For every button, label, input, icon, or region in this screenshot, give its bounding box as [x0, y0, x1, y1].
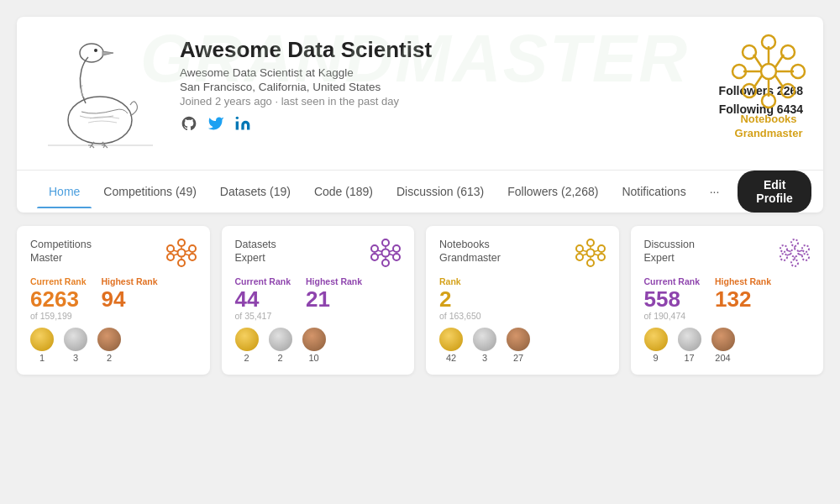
gold-medal: 9 [644, 328, 668, 363]
profile-location: San Francisco, California, United States [180, 81, 702, 93]
svg-point-66 [802, 245, 809, 252]
nav-home[interactable]: Home [37, 175, 92, 208]
svg-line-34 [185, 255, 189, 256]
svg-point-38 [382, 260, 389, 266]
svg-line-75 [799, 250, 803, 252]
page-wrapper: GRANDMASTER [0, 0, 840, 391]
svg-point-54 [576, 254, 583, 260]
svg-line-61 [582, 255, 586, 256]
nav-more[interactable]: ··· [698, 175, 732, 208]
silver-medal-circle [269, 328, 292, 351]
bronze-count: 2 [107, 353, 112, 363]
highest-rank-value: 132 [715, 288, 771, 310]
bronze-count: 10 [308, 353, 318, 363]
edit-profile-button[interactable]: Edit Profile [738, 171, 811, 213]
rank-cards-row: CompetitionsMaster [17, 226, 823, 375]
svg-point-65 [780, 245, 787, 252]
svg-point-30 [177, 249, 185, 257]
rank-value: 2 [439, 288, 451, 310]
ranks-row: Current Rank 6263 of 159,199 Highest Ran… [30, 276, 197, 321]
medals-row: 1 3 2 [30, 328, 197, 363]
gold-count: 42 [446, 353, 456, 363]
svg-point-50 [587, 239, 594, 246]
svg-line-59 [582, 250, 586, 252]
highest-rank-col: Highest Rank 132 [715, 276, 771, 321]
nav-followers[interactable]: Followers (2,268) [496, 175, 610, 208]
silver-medal-circle [473, 328, 496, 351]
profile-tagline: Awesome Data Scientist at Kaggle [180, 66, 702, 79]
gold-medal-circle [644, 328, 668, 351]
bronze-count: 27 [513, 353, 523, 363]
svg-point-19 [743, 45, 756, 59]
single-rank: Rank 2 of 163,650 [439, 276, 606, 321]
current-rank-value: 558 [644, 288, 701, 310]
svg-point-27 [189, 245, 196, 252]
github-icon[interactable] [180, 114, 198, 133]
svg-point-43 [382, 249, 390, 257]
nav-competitions[interactable]: Competitions (49) [92, 175, 208, 208]
svg-point-67 [780, 254, 787, 260]
bronze-medal: 27 [507, 328, 530, 363]
svg-line-72 [787, 250, 791, 252]
card-header: DiscussionExpert [644, 238, 811, 268]
svg-point-3 [94, 49, 97, 52]
svg-point-6 [236, 117, 239, 119]
nav-datasets[interactable]: Datasets (19) [208, 175, 302, 208]
profile-top: Awesome Data Scientist Awesome Data Scie… [37, 34, 803, 170]
bronze-medal: 2 [97, 328, 121, 363]
silver-medal: 2 [269, 328, 292, 363]
datasets-icon [370, 238, 401, 268]
linkedin-icon[interactable] [234, 114, 252, 133]
card-title: DiscussionExpert [644, 238, 695, 265]
svg-line-49 [390, 250, 394, 252]
card-title: DatasetsExpert [235, 238, 276, 265]
current-rank-col: Current Rank 558 of 190,474 [644, 276, 701, 321]
profile-nav: Home Competitions (49) Datasets (19) Cod… [17, 170, 823, 213]
silver-medal: 3 [64, 328, 87, 363]
notebooks-card: NotebooksGrandmaster [426, 226, 619, 375]
ranks-row: Current Rank 558 of 190,474 Highest Rank… [644, 276, 811, 321]
highest-rank-value: 94 [102, 288, 158, 310]
discussion-icon [780, 238, 810, 268]
profile-joined: Joined 2 years ago · last seen in the pa… [180, 95, 702, 108]
gold-medal: 42 [439, 328, 463, 363]
twitter-icon[interactable] [207, 114, 225, 133]
profile-card: GRANDMASTER [17, 17, 823, 213]
medals-row: 2 2 10 [235, 328, 402, 363]
nav-code[interactable]: Code (189) [302, 175, 385, 208]
card-title: CompetitionsMaster [30, 238, 92, 265]
svg-line-60 [594, 255, 598, 256]
svg-line-36 [185, 250, 189, 252]
rank-of: of 159,199 [30, 311, 87, 321]
silver-medal: 17 [678, 328, 701, 363]
current-rank-col: Current Rank 6263 of 159,199 [30, 276, 87, 321]
svg-line-74 [787, 255, 791, 256]
svg-line-46 [378, 250, 382, 252]
card-header: NotebooksGrandmaster [439, 238, 606, 268]
bronze-medal-circle [507, 328, 530, 351]
avatar-image [37, 34, 163, 160]
competitions-icon [166, 238, 197, 268]
highest-rank-col: Highest Rank 21 [306, 276, 362, 321]
svg-line-73 [799, 255, 803, 256]
svg-point-56 [586, 249, 594, 257]
svg-point-1 [68, 97, 132, 144]
bronze-medal-circle [302, 328, 326, 351]
social-icons [180, 114, 702, 133]
silver-count: 3 [73, 353, 78, 363]
notebooks-icon [575, 238, 606, 268]
svg-point-2 [80, 44, 103, 62]
nav-discussion[interactable]: Discussion (613) [385, 175, 496, 208]
rank-of: of 190,474 [644, 311, 701, 321]
svg-line-33 [173, 250, 177, 252]
current-rank-value: 6263 [30, 288, 87, 310]
svg-point-41 [371, 254, 378, 260]
nav-notifications[interactable]: Notifications [610, 175, 697, 208]
svg-point-42 [393, 254, 400, 260]
silver-medal-circle [678, 328, 701, 351]
ranks-row: Current Rank 44 of 35,417 Highest Rank 2… [235, 276, 402, 321]
bronze-medal-circle [97, 328, 121, 351]
svg-point-63 [791, 239, 798, 246]
svg-point-53 [598, 245, 605, 252]
silver-count: 17 [684, 353, 694, 363]
